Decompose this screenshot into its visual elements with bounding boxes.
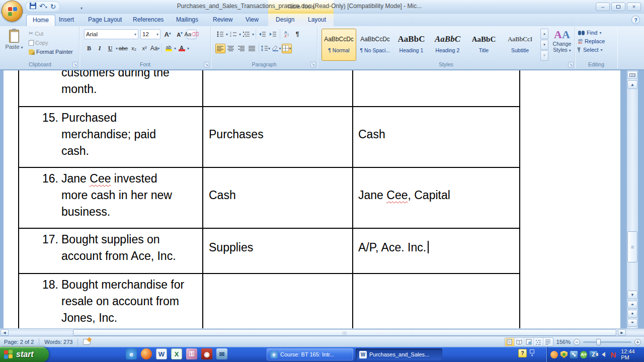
styles-gallery-expand-button[interactable]: ▿ [540,50,548,61]
document-page[interactable]: customers during the month. 15. Purchase… [4,70,620,328]
change-case-button[interactable]: Aa▾ [150,44,160,53]
page-indicator[interactable]: Page: 2 of 2 [4,339,34,345]
bullets-button[interactable] [215,30,225,39]
tab-page-layout[interactable]: Page Layout [82,15,128,26]
tab-insert[interactable]: Insert [53,15,80,26]
tab-references[interactable]: References [127,15,170,26]
tab-review[interactable]: Review [207,15,238,26]
italic-button[interactable]: I [95,44,105,53]
firefox-icon[interactable] [141,348,152,359]
cut-button[interactable]: ✂Cut [27,30,74,37]
tab-view[interactable]: View [239,15,265,26]
browse-object-button[interactable]: ● [627,310,637,318]
ruler-toggle-button[interactable] [627,71,637,79]
change-styles-button[interactable]: AA Change Styles ▾ [550,29,574,62]
print-layout-view-button[interactable] [505,338,515,346]
font-color-button[interactable]: A [177,44,187,53]
previous-page-button[interactable]: ⏶ [627,301,637,309]
styles-dialog-launcher[interactable]: ↘ [568,62,574,67]
proofing-status-icon[interactable] [83,339,91,345]
align-left-button[interactable] [215,44,225,53]
highlight-button[interactable]: ab [164,44,174,53]
update-tray-icon[interactable] [550,351,558,358]
zoom-slider[interactable] [583,341,631,343]
scroll-left-button[interactable]: ◀ [1,329,9,336]
tab-mailings[interactable]: Mailings [170,15,204,26]
zoom-out-button[interactable]: − [574,339,580,345]
internet-explorer-icon[interactable]: e [126,348,137,359]
shrink-font-button[interactable]: A▾ [175,30,185,39]
justify-button[interactable] [247,44,257,53]
grow-font-button[interactable]: A▴ [163,30,173,39]
format-painter-button[interactable]: Format Painter [27,48,74,55]
decrease-indent-button[interactable] [258,30,268,39]
highlight-dropdown-icon[interactable]: ▾ [174,46,176,51]
sort-button[interactable]: AZ↓ [282,30,292,39]
style-normal[interactable]: AaBbCcDc ¶ Normal [321,29,356,61]
vertical-scroll-thumb[interactable] [627,231,637,262]
copy-button[interactable]: Copy [27,39,74,46]
word-count[interactable]: Words: 273 [44,339,72,345]
underline-dropdown-icon[interactable]: ▾ [116,46,118,51]
word-icon[interactable]: W [156,348,167,359]
minimize-button[interactable]: – [596,3,610,11]
strikethrough-button[interactable]: abe [118,44,128,53]
borders-dropdown-icon[interactable]: ▾ [289,46,291,51]
volume-icon[interactable] [600,351,607,358]
clear-formatting-button[interactable]: Aa⌫ [187,30,197,39]
bullets-dropdown-icon[interactable]: ▾ [226,32,228,37]
excel-icon[interactable]: X [171,348,182,359]
paste-button[interactable]: Paste ▾ [4,29,24,62]
taskbar-button-browser[interactable]: e Course: BT 165: Intr... [267,348,353,360]
scroll-up-button[interactable]: ▲ [627,80,637,89]
taskbar-button-word[interactable]: W Purchases_and_Sales... [356,348,442,360]
font-dialog-launcher[interactable]: ↘ [204,62,209,67]
replace-button[interactable]: abacReplace [578,38,605,44]
numbering-button[interactable]: 12 [228,30,238,39]
tab-home[interactable]: Home [26,15,55,26]
underline-button[interactable]: U [105,44,115,53]
restore-button[interactable] [611,3,625,11]
horizontal-scroll-thumb[interactable] [73,329,616,336]
style-heading2[interactable]: AaBbC Heading 2 [430,29,465,61]
outline-view-button[interactable] [534,338,543,346]
help-button[interactable]: ? [631,16,640,24]
next-page-button[interactable]: ⏷ [627,319,637,327]
web-layout-view-button[interactable] [524,338,534,346]
align-right-button[interactable] [236,44,247,53]
show-marks-button[interactable]: ¶ [292,30,302,39]
zoom-slider-thumb[interactable] [596,339,601,345]
office-button[interactable] [2,1,23,22]
clipboard-dialog-launcher[interactable]: ↘ [72,62,78,67]
styles-scroll-down-button[interactable]: ▾ [540,40,548,50]
style-title[interactable]: AaBbC Title [466,29,501,61]
multilevel-list-button[interactable] [242,30,252,39]
bold-button[interactable]: B [84,44,94,53]
zoom-in-button[interactable]: + [634,339,641,345]
select-button[interactable]: Select▾ [578,47,605,53]
help-balloon-icon[interactable]: ? [518,349,527,357]
increase-indent-button[interactable] [268,30,278,39]
styles-scroll-up-button[interactable]: ▴ [540,29,548,39]
style-heading1[interactable]: AaBbC Heading 1 [394,29,429,61]
settings-wrench-icon[interactable]: 🔧︎ [570,351,578,358]
horizontal-scrollbar[interactable]: ◀ ▶ [0,328,644,336]
mail-app-icon[interactable]: ✉ [216,348,227,359]
zoom-level[interactable]: 156% [556,339,571,345]
superscript-button[interactable]: x² [139,44,149,53]
vertical-scrollbar[interactable]: ▲ ▼ ⏶ ● ⏷ [627,70,638,328]
paragraph-dialog-launcher[interactable]: ↘ [310,62,316,67]
numbering-dropdown-icon[interactable]: ▾ [239,32,241,37]
line-spacing-button[interactable]: ▾ [261,44,271,53]
fullscreen-reading-view-button[interactable] [515,338,524,346]
netsupport-tray-icon[interactable]: N [610,351,617,358]
antivirus-tray-icon[interactable]: A+ [580,351,588,358]
scroll-right-button[interactable]: ▶ [618,329,626,336]
style-no-spacing[interactable]: AaBbCcDc ¶ No Spaci... [358,29,392,61]
align-center-button[interactable] [226,44,236,53]
keychain-icon[interactable]: ⚿ [186,348,197,359]
tab-design[interactable]: Design [270,15,300,26]
borders-button[interactable]: ▾ [282,44,292,53]
start-button[interactable]: start [0,347,49,362]
tab-layout[interactable]: Layout [302,15,332,26]
